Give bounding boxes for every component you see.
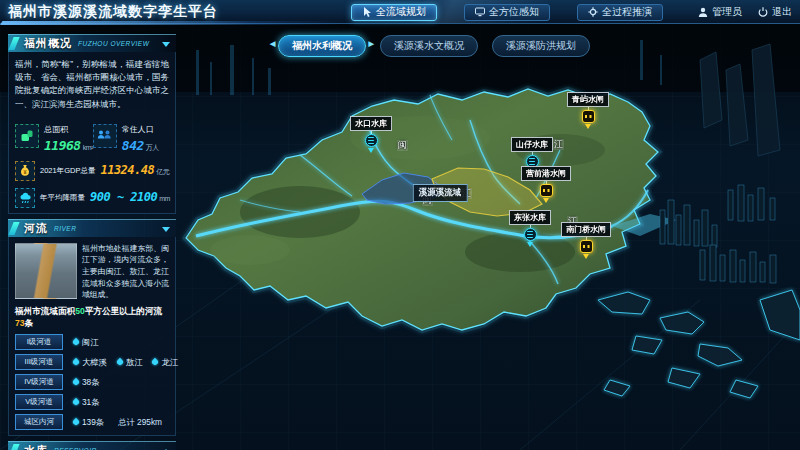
stat-value: 842	[122, 138, 144, 153]
panel-title: 福州概况	[24, 36, 72, 51]
river-item-label: 31条	[82, 397, 100, 408]
sluice-icon	[580, 240, 593, 253]
chevron-up-icon	[162, 445, 170, 450]
stat-population: 常住人口 842万人	[93, 118, 169, 154]
river-level-badge[interactable]: V级河道	[15, 394, 63, 410]
water-drop-icon	[72, 398, 80, 406]
marker-pin	[543, 198, 549, 206]
panel-header-fuzhou-overview[interactable]: 福州概况 FUZHOU OVERVIEW	[8, 34, 176, 52]
panel-subtitle: RESERVOIR	[54, 447, 97, 450]
tab-right-arrow-icon: ▶	[369, 40, 374, 48]
panel-header-reservoir[interactable]: 水库 RESERVOIR	[8, 441, 176, 450]
tab-xiyuan-flood-plan[interactable]: 溪源溪防洪规划	[492, 35, 590, 57]
summary-text: 福州市流域面积	[15, 306, 75, 316]
panel-subtitle: FUZHOU OVERVIEW	[78, 40, 149, 47]
marker-pin	[585, 124, 591, 132]
water-drop-icon	[72, 378, 80, 386]
map-marker-dongzhang-reservoir[interactable]: 东张水库	[509, 210, 551, 250]
overview-description: 福州，简称“榕”，别称榕城，福建省辖地级市、省会、福州都市圈核心城市，国务院批复…	[15, 58, 169, 111]
map-marker-shuikou-reservoir[interactable]: 水口水库	[350, 116, 392, 156]
panel-reservoir: 水库 RESERVOIR	[8, 441, 176, 450]
stat-gdp: ¥ 2021年GDP总量 11324.48亿元	[15, 161, 169, 181]
population-icon	[93, 124, 117, 148]
marker-label: 营前港水闸	[521, 166, 571, 181]
river-item-label: 139条	[82, 417, 104, 428]
marker-pin	[583, 254, 589, 262]
river-item: 大樟溪	[73, 357, 107, 368]
region-label-xiyuan-basin[interactable]: 溪源溪流域	[413, 184, 468, 202]
stat-rainfall: 年平均降雨量 900 ~ 2100mm	[15, 188, 169, 208]
river-summary: 福州市流域面积50平方公里以上的河流73条	[15, 306, 169, 330]
panel-body: 福州市地处福建东部、闽江下游，境内河流众多，主要由闽江、敖江、龙江流域和众多独流…	[8, 237, 176, 436]
river-level-badge[interactable]: IV级河道	[15, 374, 63, 390]
river-item: 139条	[73, 417, 104, 428]
panel-fuzhou-overview: 福州概况 FUZHOU OVERVIEW 福州，简称“榕”，别称榕城，福建省辖地…	[8, 34, 176, 214]
gear-icon	[588, 7, 598, 17]
marker-label: 青屿水闸	[567, 92, 609, 107]
stat-row: 总面积 11968km² 常住人口 84	[15, 118, 169, 154]
river-item: 闽江	[73, 337, 99, 348]
app-root: 闽 江 闽 江 江 溪源溪流域 水口水库 青屿水闸 山仔水库 营前港水闸 东张水…	[0, 0, 800, 450]
panel-title: 河流	[24, 221, 48, 236]
pointer-icon	[362, 7, 372, 17]
river-level-badge[interactable]: 城区内河	[15, 414, 63, 430]
marker-label: 东张水库	[509, 210, 551, 225]
stat-total-area: 总面积 11968km²	[15, 118, 93, 154]
power-icon	[758, 7, 768, 17]
river-name-glyph: 闽	[397, 140, 408, 151]
river-item-label: 龙江	[161, 357, 178, 368]
river-item-label: 38条	[82, 377, 100, 388]
stat-value: 11968	[44, 138, 81, 153]
panel-header-rivers[interactable]: 河流 RIVER	[8, 219, 176, 237]
tab-left-arrow-icon: ◀	[270, 40, 275, 48]
tab-fuzhou-water-overview[interactable]: ◀ 福州水利概况 ▶	[278, 35, 366, 57]
nav-button-basin-planning[interactable]: 全流域规划	[351, 4, 437, 21]
reservoir-icon	[524, 228, 537, 241]
water-drop-icon	[72, 338, 80, 346]
nav-button-label: 全过程推演	[602, 5, 652, 19]
monitor-icon	[475, 7, 485, 17]
map-marker-yingqiangang-sluice[interactable]: 营前港水闸	[521, 166, 571, 206]
summary-text: 平方公里以上的河流	[85, 306, 162, 316]
chevron-down-icon	[162, 227, 170, 236]
user-name-label: 管理员	[712, 5, 742, 19]
logout-button[interactable]: 退出	[758, 5, 792, 19]
map-topic-tabs: ◀ 福州水利概况 ▶ 溪源溪水文概况 溪源溪防洪规划	[278, 35, 590, 57]
river-level-badge[interactable]: III级河道	[15, 354, 63, 370]
river-description: 福州市地处福建东部、闽江下游，境内河流众多，主要由闽江、敖江、龙江流域和众多独流…	[82, 243, 169, 301]
river-level-badge[interactable]: I级河道	[15, 334, 63, 350]
nav-button-label: 全方位感知	[489, 5, 539, 19]
marker-label: 水口水库	[350, 116, 392, 131]
user-icon	[698, 7, 708, 17]
water-drop-icon	[72, 358, 80, 366]
stat-value: 11324.48	[100, 163, 154, 177]
stat-unit: mm	[159, 195, 170, 202]
sluice-icon	[540, 184, 553, 197]
map-marker-nanmenqiao-sluice[interactable]: 南门桥水闸	[561, 222, 611, 262]
map-marker-qingyu-sluice[interactable]: 青屿水闸	[567, 92, 609, 132]
nav-button-omni-perception[interactable]: 全方位感知	[464, 4, 550, 21]
water-drop-icon	[116, 358, 124, 366]
marker-label: 南门桥水闸	[561, 222, 611, 237]
panel-subtitle: RIVER	[54, 225, 76, 232]
tab-xiyuan-hydrology[interactable]: 溪源溪水文概况	[380, 35, 478, 57]
stat-unit: 万人	[146, 144, 159, 151]
nav-button-process-simulation[interactable]: 全过程推演	[577, 4, 663, 21]
chevron-down-icon	[162, 42, 170, 51]
water-drop-icon	[72, 418, 80, 426]
user-menu[interactable]: 管理员	[698, 5, 742, 19]
stat-unit: 亿元	[156, 168, 169, 175]
river-level-row: V级河道 31条	[15, 394, 169, 410]
stat-label: 常住人口	[122, 125, 154, 134]
marker-pin	[527, 242, 533, 250]
river-item: 敖江	[117, 357, 143, 368]
river-item-label: 大樟溪	[82, 357, 107, 368]
marker-pin	[368, 148, 374, 156]
river-item: 31条	[73, 397, 100, 408]
river-name-glyph: 江	[553, 139, 564, 150]
stat-label: 2021年GDP总量	[40, 166, 95, 176]
tab-label: 溪源溪水文概况	[394, 40, 464, 51]
area-icon	[15, 124, 39, 148]
rain-cloud-icon	[15, 188, 35, 208]
river-item-label: 敖江	[126, 357, 143, 368]
